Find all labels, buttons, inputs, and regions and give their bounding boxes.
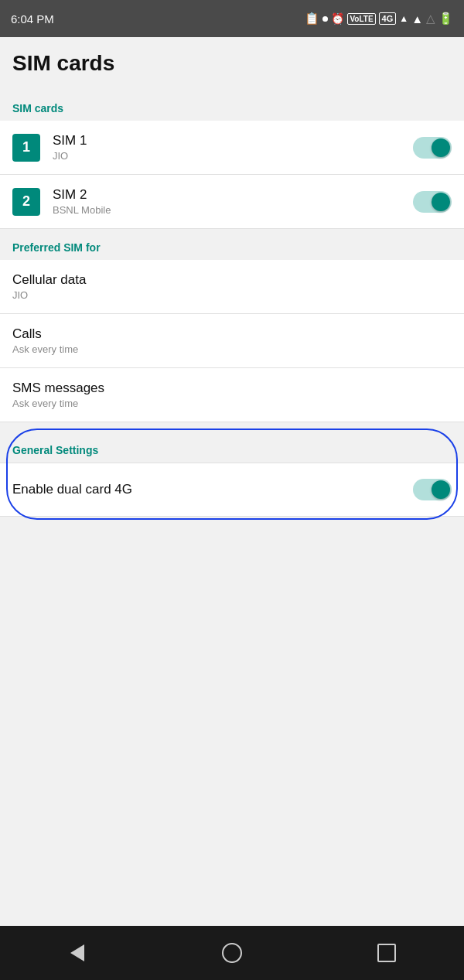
sms-title: SMS messages bbox=[12, 381, 452, 396]
sim2-toggle[interactable] bbox=[413, 191, 452, 213]
sim1-text: SIM 1 JIO bbox=[53, 133, 413, 162]
notification-icon: 📋 bbox=[305, 12, 319, 26]
sim1-item[interactable]: 1 SIM 1 JIO bbox=[0, 121, 464, 175]
dual4g-title: Enable dual card 4G bbox=[12, 482, 413, 497]
sim1-toggle[interactable] bbox=[413, 137, 452, 159]
calls-title: Calls bbox=[12, 326, 452, 342]
sim2-text: SIM 2 BSNL Mobile bbox=[53, 187, 413, 216]
sim1-toggle-knob bbox=[432, 138, 450, 157]
sim1-carrier: JIO bbox=[53, 150, 413, 162]
general-settings-section: General Settings Enable dual card 4G bbox=[0, 429, 464, 520]
preferred-sim-section-header: Preferred SIM for bbox=[0, 229, 464, 260]
dual4g-toggle-knob bbox=[432, 480, 450, 499]
sim1-icon: 1 bbox=[12, 134, 40, 162]
signal-down-icon: △ bbox=[426, 12, 435, 26]
sim-cards-section-header: SIM cards bbox=[0, 90, 464, 121]
battery-icon: 🔋 bbox=[438, 12, 453, 26]
calls-value: Ask every time bbox=[12, 343, 452, 355]
cellular-data-item[interactable]: Cellular data JIO bbox=[0, 260, 464, 314]
preferred-sim-section: Preferred SIM for Cellular data JIO Call… bbox=[0, 229, 464, 422]
sim-cards-section: SIM cards 1 SIM 1 JIO 2 SIM 2 BSNL Mobil… bbox=[0, 90, 464, 229]
sim2-toggle-knob bbox=[432, 193, 450, 211]
sms-item[interactable]: SMS messages Ask every time bbox=[0, 368, 464, 422]
sms-value: Ask every time bbox=[12, 398, 452, 409]
recents-icon bbox=[377, 944, 396, 962]
back-icon bbox=[70, 944, 84, 961]
dual4g-item[interactable]: Enable dual card 4G bbox=[0, 463, 464, 517]
content-spacer bbox=[0, 526, 464, 650]
cellular-data-value: JIO bbox=[12, 289, 452, 301]
4g-icon: 4G bbox=[379, 12, 397, 25]
page-title: SIM cards bbox=[12, 51, 452, 76]
home-button[interactable] bbox=[209, 937, 255, 968]
sim2-icon: 2 bbox=[12, 188, 40, 216]
status-bar: 6:04 PM 📋 ⏰ VoLTE 4G ▲ ▲ △ 🔋 bbox=[0, 0, 464, 37]
page-title-bar: SIM cards bbox=[0, 37, 464, 90]
alarm-icon: ⏰ bbox=[331, 12, 344, 25]
dual4g-text: Enable dual card 4G bbox=[12, 482, 413, 497]
cellular-data-title: Cellular data bbox=[12, 272, 452, 288]
home-icon bbox=[222, 943, 242, 963]
calls-item[interactable]: Calls Ask every time bbox=[0, 314, 464, 368]
dot-indicator bbox=[322, 16, 328, 22]
general-settings-header: General Settings bbox=[0, 432, 464, 463]
back-button[interactable] bbox=[54, 937, 101, 968]
volte-icon: VoLTE bbox=[347, 13, 375, 25]
sim2-item[interactable]: 2 SIM 2 BSNL Mobile bbox=[0, 175, 464, 229]
signal-up-icon: ▲ bbox=[399, 13, 408, 24]
sim2-carrier: BSNL Mobile bbox=[53, 204, 413, 216]
signal-strength-icon: ▲ bbox=[411, 12, 423, 26]
nav-bar bbox=[0, 926, 464, 980]
status-time: 6:04 PM bbox=[11, 12, 54, 26]
sim1-title: SIM 1 bbox=[53, 133, 413, 149]
recents-button[interactable] bbox=[363, 937, 410, 968]
sim2-title: SIM 2 bbox=[53, 187, 413, 203]
dual4g-toggle[interactable] bbox=[413, 479, 452, 500]
